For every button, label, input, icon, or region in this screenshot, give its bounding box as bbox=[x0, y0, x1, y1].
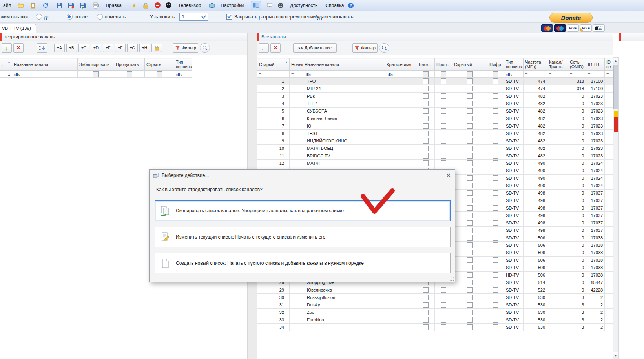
hidden-checkbox[interactable] bbox=[467, 317, 473, 323]
cell-old-number[interactable]: 10 bbox=[257, 145, 290, 152]
refresh-icon[interactable] bbox=[42, 2, 49, 9]
cell-hidden[interactable] bbox=[452, 115, 487, 122]
cell-channel-name[interactable]: СУББОТА bbox=[303, 108, 385, 115]
cell-skip[interactable] bbox=[435, 316, 452, 324]
cell-old-number[interactable]: 31 bbox=[257, 301, 290, 309]
hidden-checkbox[interactable] bbox=[467, 205, 473, 211]
cell-hidden[interactable] bbox=[452, 279, 487, 286]
col-hidden[interactable]: Скрытый bbox=[452, 58, 487, 71]
cell-tsid[interactable]: 17023 bbox=[586, 145, 605, 152]
hidden-checkbox[interactable] bbox=[467, 183, 473, 188]
cell-short-name[interactable] bbox=[385, 152, 417, 160]
cell-network[interactable]: 0 bbox=[568, 100, 586, 108]
cell-locked[interactable] bbox=[417, 115, 435, 122]
visa-electron-icon[interactable]: VISA bbox=[580, 24, 592, 32]
cell-locked[interactable] bbox=[417, 137, 435, 145]
cell-channel-transponder[interactable] bbox=[547, 309, 568, 316]
locked-checkbox[interactable] bbox=[423, 310, 429, 315]
cell-encrypted[interactable] bbox=[487, 204, 504, 212]
cell-skip[interactable] bbox=[435, 115, 452, 122]
cell-service-type[interactable]: SD-TV bbox=[504, 130, 524, 137]
cell-channel-transponder[interactable] bbox=[547, 279, 568, 286]
cell-hidden[interactable] bbox=[452, 167, 487, 175]
resize-grip[interactable] bbox=[449, 277, 454, 282]
cell-locked[interactable] bbox=[417, 301, 435, 309]
cell-channel-name[interactable]: ИНДИЙСКОЕ КИНО bbox=[303, 137, 385, 145]
export-icon[interactable] bbox=[79, 2, 87, 9]
cell-sid[interactable] bbox=[605, 160, 613, 167]
cell-tsid[interactable]: 17023 bbox=[586, 122, 605, 130]
hidden-checkbox[interactable] bbox=[467, 272, 473, 278]
hidden-checkbox[interactable] bbox=[467, 86, 473, 91]
cell-frequency[interactable]: 490 bbox=[524, 167, 547, 175]
filter-network[interactable]: = bbox=[568, 71, 586, 78]
cell-frequency[interactable]: 530 bbox=[524, 294, 547, 301]
hidden-checkbox[interactable] bbox=[467, 250, 473, 255]
cell-old-number[interactable]: 33 bbox=[257, 316, 290, 324]
cell-service-type[interactable]: SD-TV bbox=[504, 145, 524, 152]
cell-old-number[interactable]: 32 bbox=[257, 309, 290, 316]
cell-sid[interactable] bbox=[605, 242, 613, 249]
channel-row[interactable]: 11 BRIDGE TV SD-TV 482 0 17023 bbox=[257, 152, 613, 160]
menu-help[interactable]: Справка bbox=[322, 1, 347, 10]
encrypted-checkbox[interactable] bbox=[493, 310, 498, 315]
cell-short-name[interactable] bbox=[385, 115, 417, 122]
cell-tsid[interactable]: 17024 bbox=[586, 175, 605, 182]
col-new-number[interactable]: Новый bbox=[290, 58, 303, 71]
menu-accessibility[interactable]: Доступность bbox=[287, 1, 321, 10]
cell-sid[interactable] bbox=[605, 130, 613, 137]
cell-new-number[interactable] bbox=[290, 301, 303, 309]
cell-old-number[interactable]: 7 bbox=[257, 122, 290, 130]
filter-button-right[interactable]: Фильтр bbox=[352, 43, 378, 53]
channel-row[interactable]: 34 SD-TV 530 3 2 bbox=[257, 324, 613, 331]
cell-channel-name[interactable]: BRIDGE TV bbox=[303, 152, 385, 160]
cell-encrypted[interactable] bbox=[487, 212, 504, 219]
locked-checkbox[interactable] bbox=[423, 160, 429, 166]
cell-service-type[interactable]: SD-TV bbox=[504, 279, 524, 286]
cell-channel-transponder[interactable] bbox=[547, 93, 568, 100]
col-network-onid[interactable]: Сеть (ONID) bbox=[568, 58, 586, 71]
option-edit-list-button[interactable]: Изменить текущий список: Начать с текуще… bbox=[155, 227, 451, 247]
cell-network[interactable]: 318 bbox=[568, 85, 586, 93]
locked-checkbox[interactable] bbox=[423, 287, 429, 293]
close-icon[interactable]: ✕ bbox=[446, 172, 451, 178]
cell-locked[interactable] bbox=[417, 122, 435, 130]
cell-sid[interactable] bbox=[605, 234, 613, 242]
cell-frequency[interactable]: 506 bbox=[524, 264, 547, 272]
skip-checkbox[interactable] bbox=[441, 302, 446, 308]
cell-tsid[interactable]: 17023 bbox=[586, 115, 605, 122]
cell-sid[interactable] bbox=[605, 257, 613, 264]
locked-checkbox[interactable] bbox=[423, 123, 429, 129]
encrypted-checkbox[interactable] bbox=[493, 160, 498, 166]
cell-hidden[interactable] bbox=[452, 100, 487, 108]
cell-network[interactable]: 0 bbox=[568, 130, 586, 137]
filter-locked[interactable] bbox=[417, 71, 435, 78]
cell-service-type[interactable]: SD-TV bbox=[504, 137, 524, 145]
cell-skip[interactable] bbox=[435, 324, 452, 331]
cell-frequency[interactable]: 482 bbox=[524, 122, 547, 130]
cell-tsid[interactable]: 17038 bbox=[586, 249, 605, 257]
cell-hidden[interactable] bbox=[452, 204, 487, 212]
cell-sid[interactable] bbox=[605, 219, 613, 227]
cell-service-type[interactable]: SD-TV bbox=[504, 167, 524, 175]
encrypted-checkbox[interactable] bbox=[493, 242, 498, 248]
cell-channel-transponder[interactable] bbox=[547, 219, 568, 227]
encrypted-checkbox[interactable] bbox=[493, 123, 498, 129]
encrypted-checkbox[interactable] bbox=[493, 257, 498, 263]
cell-frequency[interactable]: 482 bbox=[524, 130, 547, 137]
cell-old-number[interactable]: 1 bbox=[257, 78, 290, 85]
cell-sid[interactable] bbox=[605, 122, 613, 130]
cell-service-type[interactable]: SD-TV bbox=[504, 190, 524, 197]
radio-after-label[interactable]: после bbox=[75, 14, 88, 20]
cell-channel-transponder[interactable] bbox=[547, 145, 568, 152]
vertical-scrollbar[interactable]: ▲ ▼ bbox=[613, 57, 619, 359]
cell-sid[interactable] bbox=[605, 115, 613, 122]
cell-service-type[interactable]: SD-TV bbox=[504, 219, 524, 227]
hidden-checkbox[interactable] bbox=[467, 220, 473, 226]
hidden-checkbox[interactable] bbox=[467, 175, 473, 181]
encrypted-checkbox[interactable] bbox=[493, 235, 498, 241]
encrypted-checkbox[interactable] bbox=[493, 108, 498, 114]
skip-checkbox[interactable] bbox=[441, 295, 446, 300]
cell-encrypted[interactable] bbox=[487, 93, 504, 100]
cell-network[interactable]: 0 bbox=[568, 182, 586, 190]
